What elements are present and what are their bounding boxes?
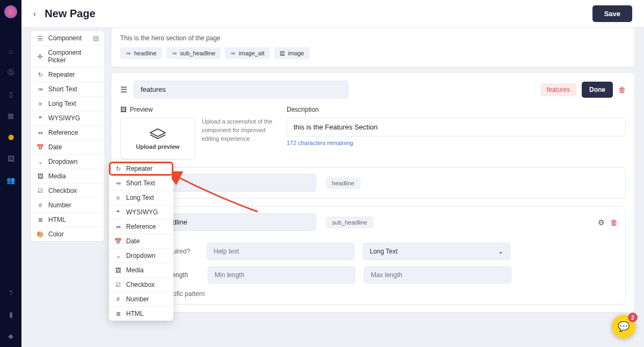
topbar: ‹ New Page Save: [21, 0, 644, 28]
sidebar-item-media[interactable]: 🖼Media: [31, 169, 104, 184]
sidebar-item-html[interactable]: ≣HTML: [31, 213, 104, 227]
dropdown-item-label: Media: [126, 266, 144, 274]
field-type-icon: 📅: [114, 238, 122, 245]
dropdown-item-label: Date: [126, 237, 140, 245]
sidebar-item-color[interactable]: 🎨Color: [31, 227, 104, 241]
char-remaining: 172 characters remaining: [287, 140, 626, 146]
field-type-select[interactable]: Long Text ⌄: [363, 243, 510, 260]
dropdown-item-short-text[interactable]: ≔Short Text: [109, 176, 173, 191]
dropdown-item-wysiwyg[interactable]: ❝WYSIWYG: [109, 205, 173, 220]
blog-icon[interactable]: ⓑ: [6, 68, 16, 77]
sidebar-item-label: Color: [48, 230, 64, 238]
sidebar-item-reference[interactable]: ⇔Reference: [31, 126, 104, 140]
dropdown-item-repeater[interactable]: ↻Repeater: [109, 162, 173, 176]
sidebar-item-date[interactable]: 📅Date: [31, 140, 104, 155]
gear-icon[interactable]: ⚙: [598, 218, 605, 227]
sidebar-item-component[interactable]: ☰Component▤: [31, 31, 104, 46]
chip-type-icon: 🖼: [280, 50, 285, 56]
chip-type-icon: ≔: [172, 50, 177, 56]
docs-icon[interactable]: ▮: [6, 309, 16, 319]
layers-icon[interactable]: ◆: [6, 331, 16, 341]
layers-icon: ☰: [120, 85, 127, 95]
sidebar-item-label: Number: [48, 201, 71, 209]
sidebar-item-long-text[interactable]: ≡Long Text: [31, 97, 104, 111]
chip-type-icon: ≔: [230, 50, 236, 56]
save-button[interactable]: Save: [592, 5, 632, 22]
upload-preview-box[interactable]: Upload preview: [120, 118, 195, 160]
preview-hint-text: Upload a screenshot of the component for…: [202, 118, 276, 160]
dropdown-item-html[interactable]: ≣HTML: [109, 307, 173, 321]
dropdown-item-date[interactable]: 📅Date: [109, 234, 173, 249]
field-type-icon: ☰: [36, 35, 44, 42]
dropdown-item-long-text[interactable]: ≡Long Text: [109, 191, 173, 205]
field-type-icon: ☑: [114, 281, 122, 288]
field-type-icon: ↻: [114, 165, 122, 172]
dropdown-item-checkbox[interactable]: ☑Checkbox: [109, 278, 173, 292]
sidebar-item-label: HTML: [48, 216, 66, 223]
field-type-icon: ❝: [114, 209, 122, 216]
chip-label: image: [288, 50, 304, 56]
dropdown-item-media[interactable]: 🖼Media: [109, 263, 173, 278]
sidebar-item-dropdown[interactable]: ⌄Dropdown: [31, 155, 104, 169]
users-icon[interactable]: 👥: [6, 175, 16, 185]
field-type-icon: ⇔: [114, 223, 122, 230]
sidebar-item-label: Repeater: [48, 71, 75, 78]
sidebar-item-label: Media: [48, 172, 66, 180]
chat-badge: 2: [628, 313, 638, 322]
field-type-icon: ≣: [114, 310, 122, 317]
help-text-input[interactable]: [207, 243, 354, 260]
max-length-input[interactable]: [364, 266, 511, 284]
field-type-icon: #: [36, 202, 44, 208]
done-button[interactable]: Done: [582, 82, 613, 98]
field-type-icon: ✣: [36, 53, 43, 60]
description-input[interactable]: [287, 118, 626, 136]
sidebar-item-wysiwyg[interactable]: ❝WYSIWYG: [31, 111, 104, 126]
page-icon[interactable]: ▯: [6, 89, 16, 99]
sidebar-item-label: Dropdown: [48, 158, 78, 165]
sidebar-item-short-text[interactable]: ≔Short Text: [31, 82, 104, 97]
hero-description: This is the hero section of the page: [120, 34, 626, 42]
field-slug-tag: headline: [326, 177, 361, 189]
min-length-input[interactable]: [208, 266, 355, 284]
field-chip-sub_headline[interactable]: ≔sub_headline: [166, 47, 221, 59]
components-icon[interactable]: ⬣: [6, 132, 16, 142]
nav-rail: ⌂ ⓑ ▯ ▦ ⬣ 🖼 👥 ? ▮ ◆: [0, 0, 21, 347]
chat-bubble[interactable]: 💬 2: [612, 315, 635, 338]
dropdown-item-number[interactable]: #Number: [109, 292, 173, 307]
dropdown-item-label: WYSIWYG: [126, 208, 158, 216]
field-type-icon: ⇔: [36, 129, 44, 136]
field-type-icon: ⌄: [114, 252, 122, 259]
field-type-icon: #: [114, 296, 122, 302]
field-type-dropdown: ↻Repeater≔Short Text≡Long Text❝WYSIWYG⇔R…: [109, 162, 173, 321]
grid-icon[interactable]: ▦: [6, 111, 16, 120]
dropdown-item-dropdown[interactable]: ⌄Dropdown: [109, 249, 173, 263]
field-slug-tag: sub_headline: [326, 216, 374, 228]
sidebar-item-repeater[interactable]: ↻Repeater: [31, 68, 104, 82]
back-icon[interactable]: ‹: [33, 9, 36, 19]
help-icon[interactable]: ?: [6, 288, 16, 298]
dropdown-item-label: Dropdown: [126, 252, 156, 259]
sidebar-item-number[interactable]: #Number: [31, 198, 104, 213]
field-type-icon: ⌄: [36, 158, 44, 165]
app-logo[interactable]: [4, 5, 17, 18]
sidebar-item-label: Long Text: [48, 100, 76, 107]
dropdown-item-reference[interactable]: ⇔Reference: [109, 220, 173, 234]
media-nav-icon[interactable]: 🖼: [6, 154, 16, 163]
field-chip-image_alt[interactable]: ≔image_alt: [225, 47, 270, 59]
delete-field-icon[interactable]: 🗑: [610, 218, 618, 227]
sidebar-item-component-picker[interactable]: ✣Component Picker: [31, 46, 104, 68]
field-type-icon: 🎨: [36, 231, 44, 238]
dropdown-item-label: Number: [126, 295, 149, 303]
field-type-icon: 🖼: [36, 173, 44, 179]
hero-section-card: This is the hero section of the page ≔he…: [112, 28, 634, 67]
section-name-input[interactable]: [134, 81, 348, 98]
field-type-icon: ≡: [36, 100, 44, 107]
field-chip-headline[interactable]: ≔headline: [120, 47, 162, 59]
panel-icon: ▤: [93, 34, 99, 42]
home-icon[interactable]: ⌂: [6, 46, 16, 56]
sidebar-item-label: Reference: [48, 129, 78, 136]
delete-section-icon[interactable]: 🗑: [618, 85, 626, 94]
field-type-icon: ☑: [36, 187, 44, 194]
sidebar-item-checkbox[interactable]: ☑Checkbox: [31, 184, 104, 198]
field-chip-image[interactable]: 🖼image: [274, 47, 310, 59]
